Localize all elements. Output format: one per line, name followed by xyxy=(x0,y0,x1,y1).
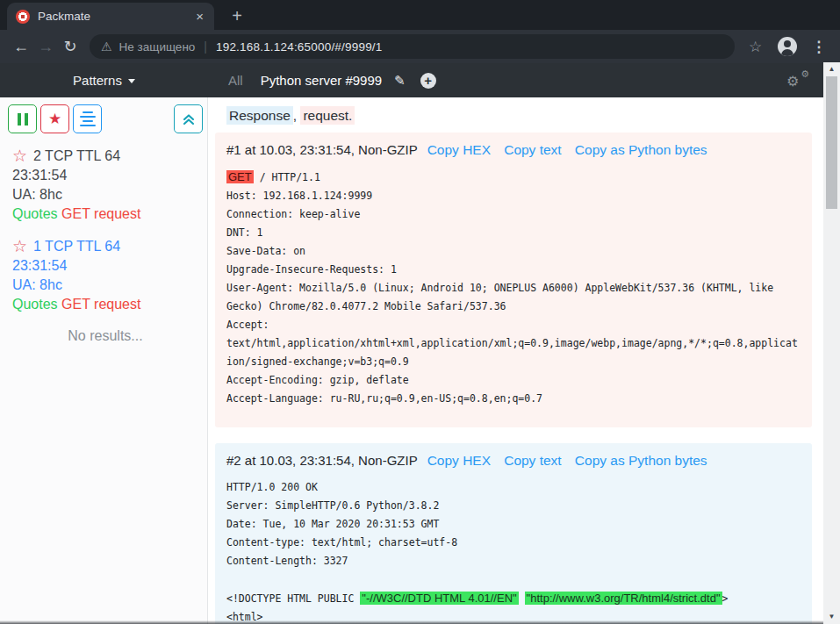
star-icon: ★ xyxy=(48,110,61,128)
sidebar-toolbar: ★ xyxy=(8,104,207,133)
copy-hex-link[interactable]: Copy HEX xyxy=(427,453,491,468)
edit-pattern-icon[interactable]: ✎ xyxy=(394,73,406,89)
favorite-star-icon[interactable]: ☆ xyxy=(12,147,27,165)
reload-icon[interactable]: ↻ xyxy=(58,37,83,56)
favorite-star-icon[interactable]: ☆ xyxy=(12,238,27,255)
match-quotes: Quotes xyxy=(12,297,58,312)
packet-meta: #1 at 10.03, 23:31:54, Non-GZIP xyxy=(226,141,418,159)
packet-detail-pane: Response, request. #1 at 10.03, 23:31:54… xyxy=(208,97,840,624)
address-bar[interactable]: ⚠ Не защищено | 192.168.1.124:65000/#/99… xyxy=(90,34,735,59)
patterns-label: Patterns xyxy=(73,73,122,88)
match-response: Response xyxy=(226,106,293,125)
packet-body: HTTP/1.0 200 OK Server: SimpleHTTP/0.6 P… xyxy=(226,478,799,624)
match-summary: Response, request. xyxy=(226,108,840,124)
align-lines-icon xyxy=(80,109,96,129)
packet-card-header: #2 at 10.03, 23:31:54, Non-GZIP Copy HEX… xyxy=(226,452,801,470)
tab-python-server[interactable]: Python server #9999 xyxy=(261,73,382,88)
security-warning-icon[interactable]: ⚠ xyxy=(101,39,112,54)
bookmark-star-icon[interactable]: ☆ xyxy=(749,38,762,56)
packet-card-request: #1 at 10.03, 23:31:54, Non-GZIP Copy HEX… xyxy=(215,133,812,427)
copy-python-bytes-link[interactable]: Copy as Python bytes xyxy=(575,453,707,468)
chevron-down-icon xyxy=(128,79,135,83)
packet-title: 2 TCP TTL 64 xyxy=(33,147,120,166)
pattern-filter-button[interactable] xyxy=(73,104,102,133)
browser-tab-packmate[interactable]: Packmate × xyxy=(7,3,214,30)
packet-list-item-selected[interactable]: ☆ 1 TCP TTL 64 23:31:54 UA: 8hc Quotes G… xyxy=(8,237,207,314)
browser-tab-strip: Packmate × + xyxy=(0,0,840,30)
pause-capture-button[interactable] xyxy=(8,104,37,133)
favorites-filter-button[interactable]: ★ xyxy=(40,104,69,133)
pause-icon xyxy=(18,113,28,126)
browser-menu-icon[interactable]: ⋮ xyxy=(811,38,826,56)
address-divider: | xyxy=(204,39,207,54)
add-pattern-icon[interactable]: + xyxy=(420,73,436,89)
profile-avatar[interactable] xyxy=(778,37,797,56)
packmate-favicon-icon xyxy=(16,10,30,24)
browser-toolbar: ← → ↻ ⚠ Не защищено | 192.168.1.124:6500… xyxy=(0,30,840,63)
packet-title: 1 TCP TTL 64 xyxy=(33,237,120,256)
new-tab-button[interactable]: + xyxy=(226,6,248,27)
copy-python-bytes-link[interactable]: Copy as Python bytes xyxy=(575,142,707,157)
no-results-label: No results... xyxy=(8,328,203,344)
packet-meta: #2 at 10.03, 23:31:54, Non-GZIP xyxy=(226,452,418,470)
packet-ua: UA: 8hc xyxy=(12,185,207,204)
packet-time: 23:31:54 xyxy=(12,256,207,276)
tab-title: Packmate xyxy=(38,10,194,23)
match-get-request: GET request xyxy=(61,297,140,312)
packet-matches: Quotes GET request xyxy=(12,295,207,314)
security-label[interactable]: Не защищено xyxy=(119,40,196,54)
url-text[interactable]: 192.168.1.124:65000/#/9999/1 xyxy=(216,40,383,54)
match-request: request. xyxy=(300,106,355,125)
packet-body: GET / HTTP/1.1 Host: 192.168.1.124:9999 … xyxy=(226,168,799,408)
patterns-header-bar: Patterns All Python server #9999 ✎ + ⚙ ⚙ xyxy=(0,63,823,97)
match-get-request: GET request xyxy=(61,206,140,221)
copy-links: Copy HEX Copy text Copy as Python bytes xyxy=(418,141,707,159)
scrollbar-thumb[interactable] xyxy=(826,76,837,209)
tab-close-icon[interactable]: × xyxy=(194,10,205,23)
forward-icon[interactable]: → xyxy=(33,38,58,56)
packet-ua: UA: 8hc xyxy=(12,276,207,295)
window-bottom-edge xyxy=(0,620,823,624)
collapse-sidebar-button[interactable] xyxy=(174,104,203,133)
content-area: ★ ☆ 2 TCP TTL 64 23:31:54 UA: 8hc Quotes xyxy=(0,97,840,624)
settings-gears-icon[interactable]: ⚙ ⚙ xyxy=(786,71,809,90)
copy-text-link[interactable]: Copy text xyxy=(504,453,561,468)
double-chevron-up-icon xyxy=(182,112,196,126)
packet-card-header: #1 at 10.03, 23:31:54, Non-GZIP Copy HEX… xyxy=(226,141,801,159)
packet-list-sidebar: ★ ☆ 2 TCP TTL 64 23:31:54 UA: 8hc Quotes xyxy=(0,97,208,624)
tab-all[interactable]: All xyxy=(228,73,243,88)
packet-list-item[interactable]: ☆ 2 TCP TTL 64 23:31:54 UA: 8hc Quotes G… xyxy=(8,147,207,224)
page-scrollbar[interactable]: ▲ ▼ xyxy=(823,62,840,624)
copy-hex-link[interactable]: Copy HEX xyxy=(427,142,491,157)
match-quotes: Quotes xyxy=(12,206,58,221)
packet-time: 23:31:54 xyxy=(12,166,207,185)
packet-matches: Quotes GET request xyxy=(12,204,207,224)
back-icon[interactable]: ← xyxy=(9,38,33,56)
packet-card-response: #2 at 10.03, 23:31:54, Non-GZIP Copy HEX… xyxy=(215,443,812,624)
scroll-up-arrow-icon[interactable]: ▲ xyxy=(823,62,840,76)
copy-links: Copy HEX Copy text Copy as Python bytes xyxy=(418,452,707,470)
scroll-down-arrow-icon[interactable]: ▼ xyxy=(823,610,840,624)
patterns-dropdown[interactable]: Patterns xyxy=(0,73,208,88)
copy-text-link[interactable]: Copy text xyxy=(504,142,561,157)
